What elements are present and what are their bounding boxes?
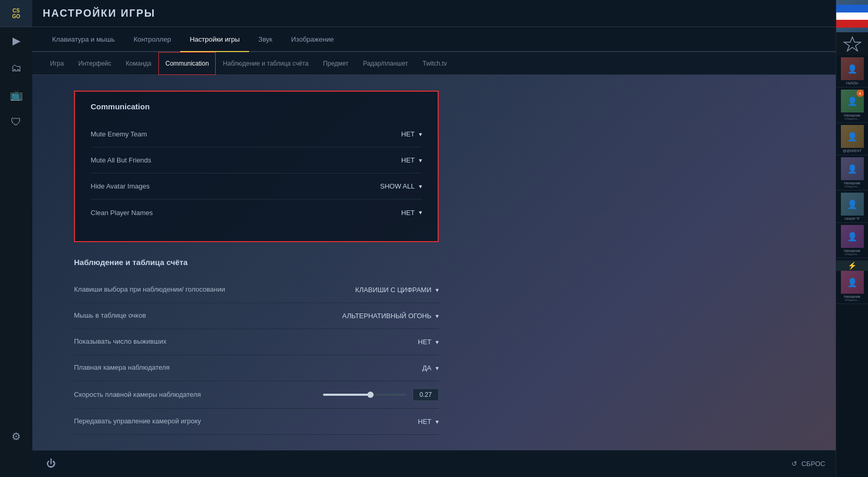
sidebar-gear-icon[interactable]: ⚙ <box>0 423 32 450</box>
friend-2[interactable]: 👤 Напарник Открыто... <box>836 155 869 191</box>
clean-names-label: Clean Player Names <box>91 209 153 217</box>
hide-avatar-row: Hide Avatar Images SHOW ALL ▾ <box>91 173 422 199</box>
transfer-control-dropdown[interactable]: НЕТ ▾ <box>376 418 439 425</box>
mouse-scoreboard-dropdown[interactable]: АЛЬТЕРНАТИВНЫЙ ОГОНЬ ▾ <box>342 312 439 320</box>
transfer-control-row: Передавать управление камерой игроку НЕТ… <box>74 409 439 435</box>
show-survivors-label: Показывать число выживших <box>74 337 166 346</box>
reset-button[interactable]: ↺ СБРОС <box>791 460 825 468</box>
mute-enemy-row: Mute Enemy Team НЕТ ▾ <box>91 121 422 147</box>
friend-1-status: Открыто... <box>845 117 860 120</box>
smooth-cam-speed-control: 0.27 <box>323 388 439 401</box>
communication-section: Communication Mute Enemy Team НЕТ ▾ Mute… <box>74 91 439 242</box>
mute-all-dropdown[interactable]: НЕТ ▾ <box>359 156 422 164</box>
sub-tab-observation[interactable]: Наблюдение и таблица счёта <box>216 52 316 75</box>
show-survivors-arrow: ▾ <box>436 338 439 346</box>
friend-4-status: Открыто... <box>845 298 860 302</box>
sub-tab-radar[interactable]: Радар/планшет <box>356 52 415 75</box>
mute-enemy-value: НЕТ <box>401 130 415 138</box>
logo-cs-text: CS <box>13 8 20 14</box>
page-header: НАСТРОЙКИ ИГРЫ <box>32 0 836 27</box>
svg-marker-0 <box>844 37 861 51</box>
sidebar-shield-icon[interactable]: 🛡 <box>0 108 32 135</box>
clean-names-value: НЕТ <box>401 209 415 217</box>
hide-avatar-arrow: ▾ <box>419 183 422 190</box>
friend-mient[interactable]: 👤 @@MIENT <box>836 123 869 155</box>
clean-names-arrow: ▾ <box>419 209 422 216</box>
friend-hynzki-name: HyNZki <box>846 81 858 85</box>
clean-names-dropdown[interactable]: НЕТ ▾ <box>359 209 422 217</box>
sidebar-inventory-icon[interactable]: 🗂 <box>0 54 32 81</box>
friend-2-name: Напарник <box>844 181 860 185</box>
slider-fill <box>323 394 369 396</box>
mouse-scoreboard-value: АЛЬТЕРНАТИВНЫЙ ОГОНЬ <box>342 312 431 320</box>
tab-game-settings[interactable]: Настройки игры <box>180 27 249 52</box>
sub-tab-communication[interactable]: Communication <box>158 52 215 75</box>
sub-tab-interface[interactable]: Интерфейс <box>71 52 118 75</box>
rank-icon <box>836 32 869 55</box>
tab-sound[interactable]: Звук <box>249 27 282 52</box>
power-button[interactable]: ⏻ <box>43 456 59 472</box>
sidebar-play-icon[interactable]: ▶ <box>0 27 32 54</box>
mouse-scoreboard-arrow: ▾ <box>436 312 439 320</box>
friend-3[interactable]: 👤 Напарник Открыто... <box>836 223 869 258</box>
show-survivors-value: НЕТ <box>418 338 431 346</box>
mute-all-value: НЕТ <box>401 156 415 164</box>
top-nav: Клавиатура и мышь Контроллер Настройки и… <box>32 27 836 52</box>
logo-go-text: GO <box>12 14 20 19</box>
sub-tab-game[interactable]: Игра <box>43 52 71 75</box>
page-title: НАСТРОЙКИ ИГРЫ <box>43 7 155 19</box>
transfer-control-label: Передавать управление камерой игроку <box>74 417 201 426</box>
tab-image[interactable]: Изображение <box>282 27 343 52</box>
friend-hynzki[interactable]: 👤 HyNZki <box>836 55 869 87</box>
slider-handle[interactable] <box>367 392 374 398</box>
sub-tab-item[interactable]: Предмет <box>316 52 356 75</box>
clean-names-row: Clean Player Names НЕТ ▾ <box>91 199 422 225</box>
friend-1-name: Напарник <box>844 114 860 117</box>
left-sidebar: CS GO ▶ 🗂 📺 🛡 ⚙ <box>0 0 32 477</box>
show-survivors-dropdown[interactable]: НЕТ ▾ <box>376 338 439 346</box>
settings-content: Communication Mute Enemy Team НЕТ ▾ Mute… <box>32 75 836 450</box>
obs-keys-label: Клавиши выбора при наблюдении/ голосован… <box>74 285 225 294</box>
mouse-scoreboard-row: Мышь в таблице очков АЛЬТЕРНАТИВНЫЙ ОГОН… <box>74 303 439 329</box>
friend-1[interactable]: 👤 4 Напарник Открыто... <box>836 87 869 123</box>
sub-tab-twitch[interactable]: Twitch.tv <box>415 52 454 75</box>
sub-tab-team[interactable]: Команда <box>119 52 159 75</box>
mute-enemy-arrow: ▾ <box>419 131 422 138</box>
main-area: НАСТРОЙКИ ИГРЫ Клавиатура и мышь Контрол… <box>32 0 836 477</box>
mute-enemy-label: Mute Enemy Team <box>91 130 147 138</box>
mouse-scoreboard-label: Мышь в таблице очков <box>74 311 146 320</box>
friend-casper-name: casper Ψ <box>845 217 860 220</box>
show-survivors-row: Показывать число выживших НЕТ ▾ <box>74 329 439 355</box>
friend-4-name: Напарник <box>844 295 860 298</box>
tab-controller[interactable]: Контроллер <box>124 27 180 52</box>
mute-all-label: Mute All But Friends <box>91 156 151 164</box>
tab-keyboard[interactable]: Клавиатура и мышь <box>43 27 124 52</box>
smooth-cam-speed-row: Скорость плавной камеры наблюдателя 0.27 <box>74 381 439 409</box>
friend-2-avatar: 👤 <box>841 157 864 180</box>
right-sidebar: 👤 HyNZki 👤 4 Напарник Открыто... 👤 @@MIE… <box>836 0 868 477</box>
obs-keys-dropdown[interactable]: КЛАВИШИ С ЦИФРАМИ ▾ <box>355 286 439 294</box>
smooth-cam-dropdown[interactable]: ДА ▾ <box>376 364 439 372</box>
hide-avatar-dropdown[interactable]: SHOW ALL ▾ <box>359 182 422 190</box>
transfer-control-arrow: ▾ <box>436 418 439 425</box>
sidebar-tv-icon[interactable]: 📺 <box>0 81 32 108</box>
smooth-cam-value: ДА <box>423 364 431 372</box>
friend-mient-avatar: 👤 <box>841 125 864 148</box>
csgo-logo[interactable]: CS GO <box>0 0 32 27</box>
friend-4[interactable]: ⚡ 👤 Напарник Открыто... <box>836 258 869 304</box>
friend-casper[interactable]: 👤 casper Ψ <box>836 191 869 223</box>
communication-title: Communication <box>91 102 422 111</box>
reset-icon: ↺ <box>791 460 797 468</box>
sub-nav: Игра Интерфейс Команда Communication Наб… <box>32 52 836 75</box>
smooth-cam-arrow: ▾ <box>436 365 439 372</box>
slider-track[interactable] <box>323 394 406 396</box>
mute-all-arrow: ▾ <box>419 157 422 164</box>
smooth-cam-speed-label: Скорость плавной камеры наблюдателя <box>74 390 201 399</box>
mute-enemy-dropdown[interactable]: НЕТ ▾ <box>359 130 422 138</box>
friend-4-avatar: 👤 <box>841 271 864 294</box>
obs-keys-row: Клавиши выбора при наблюдении/ голосован… <box>74 277 439 303</box>
user-avatar[interactable] <box>836 0 869 32</box>
friend-3-avatar: 👤 <box>841 225 864 248</box>
friend-casper-avatar: 👤 <box>841 193 864 216</box>
bottom-bar: ⏻ ↺ СБРОС <box>32 450 836 477</box>
